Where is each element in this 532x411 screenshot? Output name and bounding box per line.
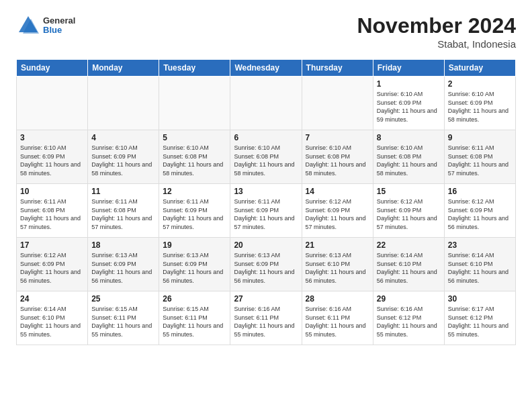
calendar-cell: 19Sunrise: 6:13 AM Sunset: 6:09 PM Dayli…: [159, 238, 230, 291]
logo-general: General: [43, 16, 75, 26]
day-info: Sunrise: 6:12 AM Sunset: 6:09 PM Dayligh…: [377, 197, 441, 231]
day-info: Sunrise: 6:16 AM Sunset: 6:11 PM Dayligh…: [306, 305, 369, 338]
col-tuesday: Tuesday: [159, 60, 230, 77]
calendar: Sunday Monday Tuesday Wednesday Thursday…: [16, 59, 516, 345]
day-number: 15: [377, 187, 441, 196]
day-info: Sunrise: 6:10 AM Sunset: 6:08 PM Dayligh…: [163, 144, 226, 177]
day-number: 12: [163, 187, 226, 196]
calendar-cell: 8Sunrise: 6:10 AM Sunset: 6:08 PM Daylig…: [373, 130, 444, 184]
day-info: Sunrise: 6:12 AM Sunset: 6:09 PM Dayligh…: [306, 197, 369, 231]
calendar-cell: 27Sunrise: 6:16 AM Sunset: 6:11 PM Dayli…: [230, 291, 302, 345]
calendar-cell: 22Sunrise: 6:14 AM Sunset: 6:10 PM Dayli…: [373, 238, 444, 291]
day-info: Sunrise: 6:16 AM Sunset: 6:11 PM Dayligh…: [234, 305, 298, 338]
day-info: Sunrise: 6:17 AM Sunset: 6:12 PM Dayligh…: [448, 305, 512, 338]
calendar-cell: 18Sunrise: 6:13 AM Sunset: 6:09 PM Dayli…: [88, 238, 159, 291]
calendar-week-4: 17Sunrise: 6:12 AM Sunset: 6:09 PM Dayli…: [17, 238, 516, 291]
logo-icon: [16, 13, 40, 38]
day-number: 16: [448, 187, 512, 196]
day-number: 4: [91, 133, 155, 142]
calendar-cell: 3Sunrise: 6:10 AM Sunset: 6:09 PM Daylig…: [17, 130, 88, 184]
day-info: Sunrise: 6:12 AM Sunset: 6:09 PM Dayligh…: [448, 197, 512, 231]
day-number: 2: [448, 79, 512, 89]
day-number: 3: [20, 133, 84, 142]
logo-blue: Blue: [43, 26, 75, 35]
calendar-cell: 24Sunrise: 6:14 AM Sunset: 6:10 PM Dayli…: [17, 291, 88, 345]
day-number: 17: [20, 240, 84, 250]
day-info: Sunrise: 6:13 AM Sunset: 6:10 PM Dayligh…: [306, 251, 369, 285]
logo-name: General Blue: [43, 16, 75, 36]
location: Stabat, Indonesia: [357, 38, 516, 50]
day-number: 13: [234, 187, 298, 196]
calendar-cell: [17, 77, 88, 130]
day-number: 24: [20, 294, 84, 304]
col-wednesday: Wednesday: [230, 60, 302, 77]
col-thursday: Thursday: [302, 60, 373, 77]
calendar-week-3: 10Sunrise: 6:11 AM Sunset: 6:08 PM Dayli…: [17, 184, 516, 238]
calendar-cell: [302, 77, 373, 130]
day-info: Sunrise: 6:13 AM Sunset: 6:09 PM Dayligh…: [163, 251, 226, 285]
day-number: 14: [306, 187, 369, 196]
day-info: Sunrise: 6:15 AM Sunset: 6:11 PM Dayligh…: [91, 305, 155, 338]
day-info: Sunrise: 6:14 AM Sunset: 6:10 PM Dayligh…: [20, 305, 84, 338]
day-number: 11: [91, 187, 155, 196]
calendar-cell: 23Sunrise: 6:14 AM Sunset: 6:10 PM Dayli…: [444, 238, 515, 291]
day-number: 5: [163, 133, 226, 142]
day-number: 1: [377, 79, 441, 89]
day-info: Sunrise: 6:12 AM Sunset: 6:09 PM Dayligh…: [20, 251, 84, 285]
day-headers-row: Sunday Monday Tuesday Wednesday Thursday…: [17, 60, 516, 77]
calendar-cell: 11Sunrise: 6:11 AM Sunset: 6:08 PM Dayli…: [88, 184, 159, 238]
day-number: 19: [163, 240, 226, 250]
calendar-cell: [88, 77, 159, 130]
col-sunday: Sunday: [17, 60, 88, 77]
day-info: Sunrise: 6:14 AM Sunset: 6:10 PM Dayligh…: [377, 251, 441, 285]
day-number: 22: [377, 240, 441, 250]
day-number: 7: [306, 133, 369, 142]
calendar-cell: 5Sunrise: 6:10 AM Sunset: 6:08 PM Daylig…: [159, 130, 230, 184]
day-number: 8: [377, 133, 441, 142]
day-number: 18: [91, 240, 155, 250]
calendar-week-1: 1Sunrise: 6:10 AM Sunset: 6:09 PM Daylig…: [17, 77, 516, 130]
day-info: Sunrise: 6:14 AM Sunset: 6:10 PM Dayligh…: [448, 251, 512, 285]
calendar-cell: 25Sunrise: 6:15 AM Sunset: 6:11 PM Dayli…: [88, 291, 159, 345]
calendar-cell: 14Sunrise: 6:12 AM Sunset: 6:09 PM Dayli…: [302, 184, 373, 238]
day-info: Sunrise: 6:10 AM Sunset: 6:08 PM Dayligh…: [377, 144, 441, 177]
calendar-cell: 15Sunrise: 6:12 AM Sunset: 6:09 PM Dayli…: [373, 184, 444, 238]
calendar-cell: 17Sunrise: 6:12 AM Sunset: 6:09 PM Dayli…: [17, 238, 88, 291]
month-title: November 2024: [357, 13, 516, 38]
calendar-cell: 21Sunrise: 6:13 AM Sunset: 6:10 PM Dayli…: [302, 238, 373, 291]
day-number: 9: [448, 133, 512, 142]
day-number: 28: [306, 294, 369, 304]
day-number: 10: [20, 187, 84, 196]
calendar-cell: 30Sunrise: 6:17 AM Sunset: 6:12 PM Dayli…: [444, 291, 515, 345]
day-number: 25: [91, 294, 155, 304]
calendar-cell: [230, 77, 302, 130]
day-number: 26: [163, 294, 226, 304]
day-number: 6: [234, 133, 298, 142]
day-info: Sunrise: 6:15 AM Sunset: 6:11 PM Dayligh…: [163, 305, 226, 338]
day-info: Sunrise: 6:10 AM Sunset: 6:09 PM Dayligh…: [448, 90, 512, 124]
col-friday: Friday: [373, 60, 444, 77]
calendar-cell: 4Sunrise: 6:10 AM Sunset: 6:09 PM Daylig…: [88, 130, 159, 184]
calendar-cell: 12Sunrise: 6:11 AM Sunset: 6:09 PM Dayli…: [159, 184, 230, 238]
calendar-body: 1Sunrise: 6:10 AM Sunset: 6:09 PM Daylig…: [17, 77, 516, 345]
calendar-cell: 6Sunrise: 6:10 AM Sunset: 6:08 PM Daylig…: [230, 130, 302, 184]
calendar-cell: 7Sunrise: 6:10 AM Sunset: 6:08 PM Daylig…: [302, 130, 373, 184]
header: General Blue November 2024 Stabat, Indon…: [16, 13, 516, 50]
calendar-week-5: 24Sunrise: 6:14 AM Sunset: 6:10 PM Dayli…: [17, 291, 516, 345]
calendar-cell: 10Sunrise: 6:11 AM Sunset: 6:08 PM Dayli…: [17, 184, 88, 238]
day-info: Sunrise: 6:11 AM Sunset: 6:08 PM Dayligh…: [448, 144, 512, 177]
col-monday: Monday: [88, 60, 159, 77]
calendar-cell: 20Sunrise: 6:13 AM Sunset: 6:09 PM Dayli…: [230, 238, 302, 291]
calendar-cell: 9Sunrise: 6:11 AM Sunset: 6:08 PM Daylig…: [444, 130, 515, 184]
day-info: Sunrise: 6:10 AM Sunset: 6:08 PM Dayligh…: [234, 144, 298, 177]
calendar-cell: 29Sunrise: 6:16 AM Sunset: 6:12 PM Dayli…: [373, 291, 444, 345]
day-info: Sunrise: 6:16 AM Sunset: 6:12 PM Dayligh…: [377, 305, 441, 338]
day-info: Sunrise: 6:11 AM Sunset: 6:09 PM Dayligh…: [163, 197, 226, 231]
day-number: 27: [234, 294, 298, 304]
day-number: 21: [306, 240, 369, 250]
calendar-cell: 2Sunrise: 6:10 AM Sunset: 6:09 PM Daylig…: [444, 77, 515, 130]
day-number: 29: [377, 294, 441, 304]
day-info: Sunrise: 6:11 AM Sunset: 6:09 PM Dayligh…: [234, 197, 298, 231]
day-info: Sunrise: 6:13 AM Sunset: 6:09 PM Dayligh…: [234, 251, 298, 285]
col-saturday: Saturday: [444, 60, 515, 77]
